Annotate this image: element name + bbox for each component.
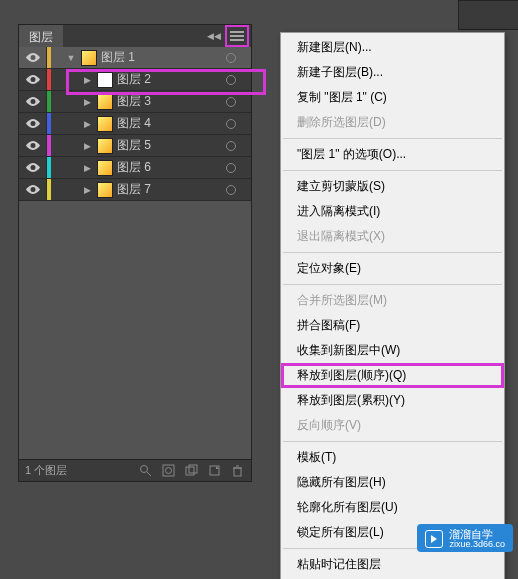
svg-rect-4 [186,467,194,475]
layer-thumbnail [97,138,113,154]
svg-rect-5 [189,465,197,473]
target-icon[interactable] [219,53,243,63]
target-icon[interactable] [219,163,243,173]
mask-icon[interactable] [161,463,176,478]
menu-item[interactable]: "图层 1" 的选项(O)... [281,142,504,167]
layer-name-label: 图层 3 [117,93,219,110]
menu-item[interactable]: 隐藏所有图层(H) [281,470,504,495]
tab-layers[interactable]: 图层 [19,25,63,47]
expand-triangle-icon[interactable]: ▼ [65,53,77,63]
layer-thumbnail [97,160,113,176]
layer-row[interactable]: ▶图层 4 [19,113,251,135]
svg-point-3 [166,468,172,474]
target-icon[interactable] [219,97,243,107]
expand-triangle-icon[interactable]: ▶ [81,97,93,107]
menu-item[interactable]: 模板(T) [281,445,504,470]
svg-point-0 [141,466,148,473]
layer-row[interactable]: ▼图层 1 [19,47,251,69]
target-icon[interactable] [219,75,243,85]
layer-row[interactable]: ▶图层 2 [19,69,251,91]
menu-item[interactable]: 新建图层(N)... [281,35,504,60]
layer-row[interactable]: ▶图层 7 [19,179,251,201]
delete-icon[interactable] [230,463,245,478]
panel-menu-button[interactable] [229,28,245,44]
right-dock-strip [458,0,518,30]
layers-panel: 图层 ◀◀ ▼图层 1▶图层 2▶图层 3▶图层 4▶图层 5▶图层 6▶图层 … [18,24,252,482]
visibility-toggle[interactable] [19,135,47,156]
menu-separator [283,252,502,253]
layer-row[interactable]: ▶图层 5 [19,135,251,157]
svg-line-1 [147,472,151,476]
new-layer-icon[interactable] [207,463,222,478]
layer-name-label: 图层 6 [117,159,219,176]
panel-tabs: 图层 ◀◀ [19,25,251,47]
layers-list: ▼图层 1▶图层 2▶图层 3▶图层 4▶图层 5▶图层 6▶图层 7 [19,47,251,427]
visibility-toggle[interactable] [19,179,47,200]
menu-item: 合并所选图层(M) [281,288,504,313]
layer-color-bar [47,69,51,90]
layer-name-label: 图层 4 [117,115,219,132]
expand-triangle-icon[interactable]: ▶ [81,141,93,151]
menu-item: 删除所选图层(D) [281,110,504,135]
svg-rect-6 [210,466,219,475]
layer-thumbnail [97,94,113,110]
svg-rect-7 [234,468,241,476]
menu-item[interactable]: 定位对象(E) [281,256,504,281]
menu-item[interactable]: 复制 "图层 1" (C) [281,85,504,110]
layer-name-label: 图层 7 [117,181,219,198]
menu-item: 反向顺序(V) [281,413,504,438]
menu-item: 退出隔离模式(X) [281,224,504,249]
expand-triangle-icon[interactable]: ▶ [81,185,93,195]
layer-color-bar [47,157,51,178]
menu-separator [283,284,502,285]
locate-icon[interactable] [138,463,153,478]
layer-color-bar [47,135,51,156]
visibility-toggle[interactable] [19,69,47,90]
expand-triangle-icon[interactable]: ▶ [81,75,93,85]
visibility-toggle[interactable] [19,47,47,68]
layer-color-bar [47,113,51,134]
play-icon [425,530,443,548]
expand-triangle-icon[interactable]: ▶ [81,163,93,173]
menu-item[interactable]: 收集到新图层中(W) [281,338,504,363]
layer-row[interactable]: ▶图层 3 [19,91,251,113]
visibility-toggle[interactable] [19,91,47,112]
layer-thumbnail [81,50,97,66]
layer-color-bar [47,47,51,68]
collapse-icon[interactable]: ◀◀ [205,29,223,43]
menu-item[interactable]: 进入隔离模式(I) [281,199,504,224]
watermark: 溜溜自学 zixue.3d66.co [417,524,513,552]
layer-thumbnail [97,72,113,88]
target-icon[interactable] [219,119,243,129]
target-icon[interactable] [219,141,243,151]
menu-separator [283,441,502,442]
menu-item[interactable]: 建立剪切蒙版(S) [281,174,504,199]
menu-separator [283,170,502,171]
sublayer-icon[interactable] [184,463,199,478]
layer-count-label: 1 个图层 [25,463,67,478]
layer-name-label: 图层 2 [117,71,219,88]
layer-context-menu: 新建图层(N)...新建子图层(B)...复制 "图层 1" (C)删除所选图层… [280,32,505,579]
layer-color-bar [47,91,51,112]
menu-item[interactable]: 轮廓化所有图层(U) [281,495,504,520]
menu-item[interactable]: 拼合图稿(F) [281,313,504,338]
layer-row[interactable]: ▶图层 6 [19,157,251,179]
watermark-url: zixue.3d66.co [449,540,505,550]
menu-item[interactable]: 释放到图层(累积)(Y) [281,388,504,413]
expand-triangle-icon[interactable]: ▶ [81,119,93,129]
panel-footer: 1 个图层 [19,459,251,481]
layer-thumbnail [97,182,113,198]
layer-name-label: 图层 1 [101,49,219,66]
visibility-toggle[interactable] [19,113,47,134]
layer-name-label: 图层 5 [117,137,219,154]
target-icon[interactable] [219,185,243,195]
menu-separator [283,138,502,139]
layer-color-bar [47,179,51,200]
visibility-toggle[interactable] [19,157,47,178]
layer-thumbnail [97,116,113,132]
svg-rect-2 [163,465,174,476]
menu-item[interactable]: 新建子图层(B)... [281,60,504,85]
menu-item[interactable]: 粘贴时记住图层 [281,552,504,577]
menu-item[interactable]: 释放到图层(顺序)(Q) [281,363,504,388]
